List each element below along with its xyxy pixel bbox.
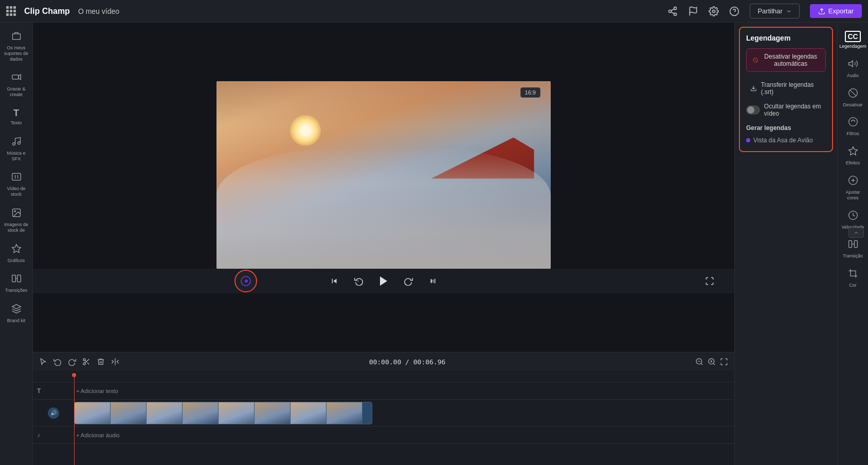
svg-point-26	[83, 363, 85, 365]
settings-icon[interactable]	[709, 6, 719, 16]
sidebar-item-text[interactable]: T Texto	[2, 104, 31, 130]
far-right-toolbar: CC Legendagem Áudio Desativar Filtros	[837, 23, 868, 465]
audio-track-label: ♪	[33, 432, 74, 439]
sidebar-item-images[interactable]: Imagens de stock de	[2, 203, 31, 237]
forward-5-button[interactable]	[400, 273, 417, 289]
sidebar-item-video-stock[interactable]: Vídeo de stock	[2, 168, 31, 201]
text-icon: T	[13, 108, 19, 119]
svg-point-13	[17, 142, 20, 144]
tool-disable[interactable]: Desativar	[839, 84, 867, 112]
video-clip-row: 🔊	[33, 400, 734, 426]
fit-timeline-button[interactable]	[720, 358, 728, 366]
text-track-label: T	[33, 387, 74, 395]
timecode-display: 00:00.00 / 00:06.96	[125, 358, 689, 366]
select-tool-button[interactable]	[39, 358, 47, 366]
svg-point-18	[14, 211, 15, 212]
sidebar-item-transitions[interactable]: Transições	[2, 269, 31, 297]
sidebar-item-music[interactable]: Música e SFX	[2, 132, 31, 166]
zoom-in-button[interactable]	[708, 358, 716, 366]
tool-filters[interactable]: Filtros	[839, 113, 867, 141]
images-icon	[11, 208, 22, 220]
speed-tool-icon	[848, 210, 858, 223]
skip-forward-button[interactable]	[425, 273, 441, 289]
undo-button[interactable]	[53, 358, 62, 366]
tool-audio-label: Áudio	[847, 73, 859, 79]
tool-effects[interactable]: Efeitos	[839, 142, 867, 170]
hide-captions-toggle[interactable]	[746, 105, 760, 115]
help-icon[interactable]	[729, 6, 739, 16]
left-sidebar: Os meus suportes de dados Gravar & creat…	[0, 23, 33, 465]
svg-point-0	[674, 7, 677, 9]
tool-color-label: Ajustar cores	[841, 190, 865, 201]
clip-thumb-6	[255, 402, 291, 424]
center-area: 16:9 5	[33, 23, 734, 465]
tool-color-adjust[interactable]: Ajustar cores	[839, 171, 867, 205]
audio-track-row: ♪ + Adicionar áudio	[33, 426, 734, 444]
project-name[interactable]: O meu vídeo	[78, 7, 119, 15]
sidebar-label-video-stock: Vídeo de stock	[4, 186, 29, 197]
download-srt-button[interactable]: Transferir legendas (.srt)	[746, 78, 826, 99]
share-button[interactable]: Partilhar	[750, 4, 799, 18]
clip-thumb-8	[327, 402, 363, 424]
graphics-icon	[11, 244, 22, 256]
svg-point-25	[83, 359, 85, 361]
add-audio-label[interactable]: + Adicionar áudio	[76, 432, 120, 438]
svg-point-12	[12, 142, 15, 145]
transition-tool-icon	[848, 239, 858, 252]
svg-line-28	[87, 363, 89, 365]
tool-effects-label: Efeitos	[846, 160, 860, 166]
tool-audio[interactable]: Áudio	[839, 54, 867, 83]
svg-marker-45	[848, 147, 857, 155]
video-clip-strip[interactable]	[74, 402, 372, 424]
flag-icon[interactable]	[688, 6, 698, 16]
svg-rect-10	[12, 75, 19, 79]
sidebar-item-record[interactable]: Gravar & create	[2, 68, 31, 102]
video-frame	[216, 81, 551, 269]
sidebar-item-graphics[interactable]: Gráficos	[2, 239, 31, 268]
sidebar-label-record: Gravar & create	[4, 86, 29, 98]
split-button[interactable]	[111, 358, 119, 366]
cut-button[interactable]	[82, 358, 91, 366]
svg-rect-48	[848, 241, 852, 248]
captions-panel-container: Legendagem Desativar legendas automática…	[734, 23, 837, 465]
media-icon	[11, 31, 22, 44]
disable-auto-captions-button[interactable]: Desativar legendas automáticas	[746, 48, 826, 72]
caption-item[interactable]: Vista da Asa de Avião	[746, 136, 826, 145]
text-track-row: T + Adicionar texto	[33, 382, 734, 400]
tool-crop[interactable]: Cor	[839, 264, 867, 292]
clip-thumb-2	[111, 402, 147, 424]
redo-button[interactable]	[68, 358, 76, 366]
export-button[interactable]: Exportar	[810, 4, 862, 18]
skip-back-button[interactable]	[326, 273, 342, 289]
apps-icon[interactable]	[6, 6, 16, 16]
rewind-5-button[interactable]: 5	[351, 273, 367, 289]
aspect-ratio-badge: 16:9	[520, 87, 540, 98]
share-network-icon[interactable]	[667, 6, 678, 16]
audio-tool-icon	[848, 59, 858, 71]
timeline-toolbar: 00:00.00 / 00:06.96	[33, 352, 734, 371]
svg-line-29	[85, 360, 86, 362]
filters-tool-icon	[848, 117, 858, 129]
captions-cc-icon: CC	[845, 31, 860, 42]
caption-dot-icon	[746, 138, 750, 142]
music-icon	[11, 136, 22, 149]
fullscreen-button[interactable]	[701, 273, 718, 289]
svg-marker-19	[12, 244, 21, 252]
delete-button[interactable]	[97, 358, 105, 366]
tool-transition[interactable]: Transição	[839, 235, 867, 263]
svg-point-2	[674, 13, 677, 15]
video-container: 16:9 5	[33, 23, 734, 352]
playhead-indicator[interactable]	[234, 270, 257, 292]
play-button[interactable]	[375, 273, 392, 289]
clip-thumb-3	[147, 402, 183, 424]
tool-captions[interactable]: CC Legendagem	[839, 27, 867, 53]
add-text-label[interactable]: + Adicionar texto	[76, 388, 118, 394]
sidebar-item-media[interactable]: Os meus suportes de dados	[2, 27, 31, 66]
svg-rect-21	[17, 275, 21, 282]
sidebar-item-brand[interactable]: Brand kit	[2, 300, 31, 328]
effects-tool-icon	[848, 146, 858, 159]
zoom-out-button[interactable]	[695, 358, 703, 366]
svg-text:5: 5	[357, 280, 359, 283]
tool-transition-label: Transição	[843, 253, 863, 259]
audio-track-content: + Adicionar áudio	[74, 426, 734, 443]
